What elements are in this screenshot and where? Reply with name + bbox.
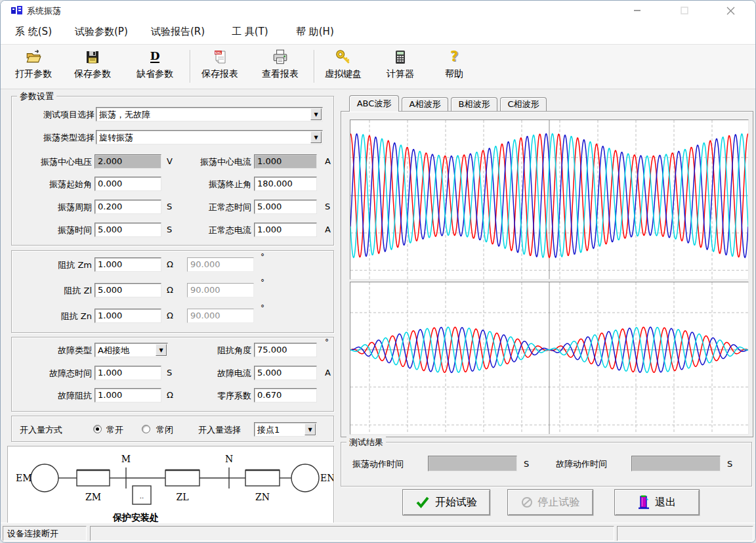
system-diagram: EM ZM M .. ZL N ZN EN 保护安装处: [7, 446, 334, 534]
current-waveform-svg: [350, 282, 748, 434]
menu-test-report[interactable]: 试验报告(R): [151, 26, 205, 38]
menu-system[interactable]: 系 统(S): [15, 26, 52, 38]
osc-center-row: 振荡中心电压 2.000 V 振荡中心电流 1.000 A: [12, 154, 333, 169]
impedance-zl-symbol: [165, 470, 200, 486]
zero-seq-coeff-field[interactable]: 0.670: [254, 388, 317, 402]
menu-tools[interactable]: 工 具(T): [232, 26, 268, 38]
toolbar-label: 帮助: [445, 68, 463, 80]
virtual-keyboard-button[interactable]: 虚拟键盘: [316, 47, 371, 85]
title-bar: 系统振荡: [1, 1, 755, 20]
unit-s: S: [325, 202, 330, 211]
normal-current-field[interactable]: 1.000: [254, 223, 317, 237]
fault-current-field[interactable]: 5.000: [254, 366, 317, 380]
view-report-icon: [272, 47, 289, 67]
svg-text:EXL: EXL: [215, 51, 222, 54]
impedance-zn-field[interactable]: 1.000: [94, 309, 161, 323]
menu-test-params[interactable]: 试验参数(P): [75, 26, 128, 38]
radio-normally-closed-label: 常闭: [156, 424, 173, 436]
default-params-button[interactable]: D 缺省参数: [125, 47, 184, 85]
impedance-zm-angle-field: 90.000: [187, 257, 254, 272]
osc-time-label: 振荡时间: [17, 225, 92, 236]
osc-end-angle-label: 振荡终止角: [175, 179, 251, 190]
svg-text:?: ?: [450, 49, 458, 64]
impedance-zl-field[interactable]: 5.000: [94, 283, 161, 297]
voltage-waveform-chart: [350, 119, 749, 280]
diagram-em-label: EM: [16, 473, 32, 483]
fault-time-label: 故障态时间: [17, 368, 92, 380]
test-item-select[interactable]: 振荡，无故障 ▼: [96, 107, 323, 121]
source-em-symbol: [31, 464, 58, 492]
diagram-zl-label: ZL: [176, 492, 188, 502]
impedance-zl-angle-field: 90.000: [187, 283, 254, 297]
fault-type-label: 故障类型: [17, 345, 92, 357]
tab-a-phase-waveform[interactable]: A相波形: [402, 97, 448, 111]
unit-s: S: [167, 368, 172, 378]
unit-ohm: Ω: [167, 259, 173, 269]
save-report-button[interactable]: EXL 保存报表: [192, 47, 247, 85]
open-params-button[interactable]: 打开参数: [6, 47, 61, 85]
save-params-button[interactable]: 保存参数: [65, 47, 120, 85]
unit-s: S: [167, 202, 172, 211]
fault-action-time-label: 故障动作时间: [556, 458, 607, 470]
voltage-waveform-svg: [350, 120, 748, 279]
chevron-down-icon[interactable]: ▼: [304, 424, 316, 435]
fault-impedance-field[interactable]: 1.000: [94, 388, 161, 402]
maximize-button[interactable]: [673, 1, 696, 20]
radio-normally-open[interactable]: [93, 425, 102, 433]
unit-v: V: [167, 156, 173, 166]
exit-label: 退出: [655, 496, 676, 510]
fault-type-select[interactable]: A相接地 ▼: [94, 343, 168, 357]
toolbar-label: 缺省参数: [136, 68, 173, 80]
close-button[interactable]: [719, 1, 742, 20]
menu-bar: 系 统(S) 试验参数(P) 试验报告(R) 工 具(T) 帮 助(H): [1, 20, 755, 45]
selected-value: 旋转振荡: [99, 131, 133, 144]
osc-time-field[interactable]: 5.000: [94, 223, 161, 237]
impedance-zm-symbol: [77, 470, 110, 486]
exit-button[interactable]: 退出: [614, 489, 700, 515]
tab-abc-waveform[interactable]: ABC波形: [349, 95, 399, 112]
stop-test-button[interactable]: 停止试验: [507, 489, 593, 515]
tab-b-phase-waveform[interactable]: B相波形: [451, 97, 497, 111]
fault-time-field[interactable]: 1.000: [94, 366, 161, 380]
radio-normally-closed[interactable]: [142, 425, 150, 433]
test-item-label: 测试项目选择: [17, 109, 94, 121]
osc-period-field[interactable]: 0.200: [94, 200, 161, 214]
unit-a: A: [325, 368, 331, 378]
osc-center-voltage-field: 2.000: [94, 154, 161, 169]
tab-c-phase-waveform[interactable]: C相波形: [500, 97, 547, 111]
chevron-down-icon[interactable]: ▼: [310, 131, 322, 143]
impedance-zm-field[interactable]: 1.000: [94, 257, 161, 272]
toolbar-label: 虚拟键盘: [325, 68, 362, 80]
osc-end-angle-field[interactable]: 180.000: [254, 177, 317, 191]
osc-start-angle-field[interactable]: 0.000: [94, 177, 161, 191]
open-folder-icon: [25, 47, 42, 67]
binary-input-group: 开入量方式 常开 常闭 开入量选择 接点1 ▼: [11, 416, 334, 442]
fault-action-time-field: [631, 456, 721, 471]
normal-time-field[interactable]: 5.000: [254, 200, 317, 214]
diagram-n-label: N: [225, 454, 233, 464]
status-right-panel: [617, 526, 753, 541]
calculator-button[interactable]: 计算器: [375, 47, 426, 85]
impedance-angle-field[interactable]: 75.000: [254, 343, 317, 357]
binary-input-row: 开入量方式 常开 常闭 开入量选择 接点1 ▼: [12, 422, 333, 437]
di-mode-label: 开入量方式: [20, 424, 62, 436]
di-select[interactable]: 接点1 ▼: [254, 422, 317, 437]
osc-type-select[interactable]: 旋转振荡 ▼: [96, 130, 323, 144]
fault-type-row: 故障类型 A相接地 ▼ 阻抗角度 75.000 °: [12, 343, 333, 357]
help-button[interactable]: ? ? 帮助: [429, 47, 480, 85]
impedance-zl-row: 阻抗 Zl 5.000 Ω 90.000 °: [12, 283, 333, 297]
start-test-button[interactable]: 开始试验: [402, 489, 490, 515]
radio-normally-open-label: 常开: [106, 424, 123, 436]
test-item-row: 测试项目选择 振荡，无故障 ▼: [12, 107, 333, 121]
menu-help[interactable]: 帮 助(H): [296, 26, 334, 38]
chevron-down-icon[interactable]: ▼: [156, 344, 167, 356]
diagram-relay-label: 保护安装处: [112, 512, 159, 523]
unit-a: A: [325, 225, 331, 234]
chevron-down-icon[interactable]: ▼: [310, 108, 322, 120]
view-report-button[interactable]: 查看报表: [253, 47, 308, 85]
osc-period-label: 振荡周期: [17, 202, 92, 213]
stop-test-label: 停止试验: [538, 496, 580, 510]
system-diagram-svg: EM ZM M .. ZL N ZN EN 保护安装处: [8, 446, 333, 533]
minimize-button[interactable]: [626, 1, 648, 20]
toolbar-label: 计算器: [387, 68, 414, 80]
